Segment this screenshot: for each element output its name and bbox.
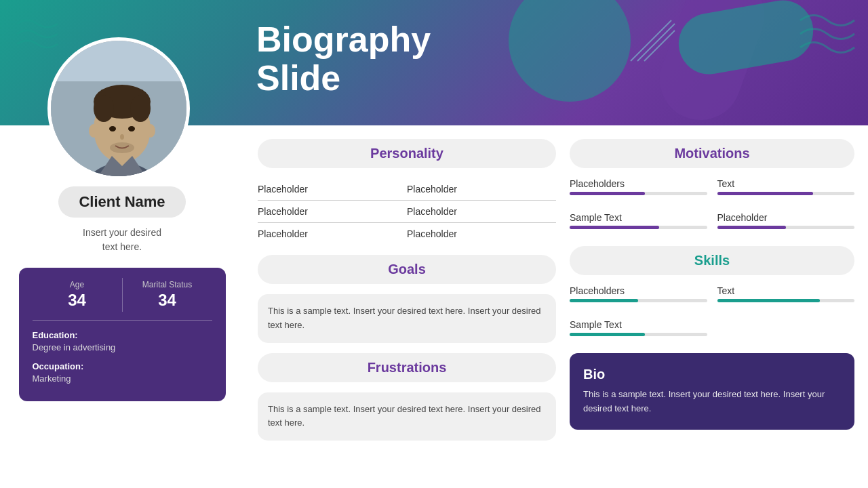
frustrations-text-box: This is a sample text. Insert your desir… (258, 392, 556, 441)
decor-circle (509, 0, 631, 102)
skills-bar-fill-0 (570, 299, 638, 302)
svg-line-1 (637, 24, 675, 61)
motivation-label-1: Text (717, 178, 855, 189)
client-description: Insert your desired text here. (83, 226, 161, 254)
motivation-bar-fill-0 (570, 192, 645, 195)
skills-title: Skills (694, 253, 730, 268)
skills-bar-fill-2 (570, 333, 645, 336)
motivation-bar-bg-3 (717, 226, 855, 229)
personality-item-5: Placeholder (407, 223, 556, 245)
client-name: Client Name (58, 186, 185, 218)
svg-line-2 (644, 30, 675, 61)
svg-point-13 (128, 126, 135, 131)
avatar (47, 37, 190, 180)
motivations-grid: Placeholders Text Sample Text Placeholde… (570, 178, 854, 236)
bio-text: This is a sample text. Insert your desir… (583, 388, 841, 416)
personality-title: Personality (370, 146, 443, 161)
skills-bar-fill-1 (717, 299, 821, 302)
motivation-bar-bg-1 (717, 192, 855, 195)
decor-lines-right (793, 7, 861, 75)
motivation-item-2: Sample Text (570, 212, 707, 229)
skills-bar-bg-1 (717, 299, 855, 302)
motivation-bar-bg-0 (570, 192, 707, 195)
skills-item-2: Sample Text (570, 319, 707, 336)
skills-item-0: Placeholders (570, 285, 707, 302)
goals-header: Goals (258, 255, 556, 284)
skills-header: Skills (570, 246, 854, 275)
personality-item-1: Placeholder (407, 178, 556, 201)
decor-lines-left (14, 14, 61, 61)
motivation-label-2: Sample Text (570, 212, 707, 223)
main-content: Personality Placeholder Placeholder Plac… (244, 125, 868, 488)
motivation-bar-fill-3 (717, 226, 786, 229)
right-column: Motivations Placeholders Text Sample Tex… (570, 139, 854, 474)
goals-text: This is a sample text. Insert your desir… (268, 304, 546, 333)
personality-header: Personality (258, 139, 556, 168)
svg-point-17 (146, 124, 155, 138)
personality-item-2: Placeholder (258, 201, 407, 223)
skills-label-2: Sample Text (570, 319, 707, 330)
frustrations-text: This is a sample text. Insert your desir… (268, 403, 546, 431)
marital-stat: Marital Status 34 (123, 280, 212, 310)
skills-item-1: Text (717, 285, 855, 302)
personality-item-4: Placeholder (258, 223, 407, 245)
svg-point-14 (120, 134, 124, 140)
skills-bar-bg-0 (570, 299, 707, 302)
decor-diagonal-lines (624, 14, 678, 68)
motivations-title: Motivations (674, 146, 749, 161)
goals-text-box: This is a sample text. Insert your desir… (258, 294, 556, 343)
motivation-item-3: Placeholder (717, 212, 855, 229)
personality-item-0: Placeholder (258, 178, 407, 201)
occupation-detail: Occupation: Marketing (33, 360, 212, 384)
frustrations-header: Frustrations (258, 353, 556, 382)
motivation-bar-fill-2 (570, 226, 659, 229)
stats-box: Age 34 Marital Status 34 Education: Degr… (19, 268, 226, 401)
education-detail: Education: Degree in advertising (33, 329, 212, 353)
personality-item-3: Placeholder (407, 201, 556, 223)
svg-point-16 (89, 124, 98, 138)
motivations-header: Motivations (570, 139, 854, 168)
goals-title: Goals (388, 262, 426, 277)
left-column: Personality Placeholder Placeholder Plac… (258, 139, 570, 474)
motivation-label-3: Placeholder (717, 212, 855, 223)
svg-point-15 (110, 142, 134, 153)
svg-point-10 (94, 95, 114, 122)
motivation-bar-bg-2 (570, 226, 707, 229)
svg-point-12 (109, 126, 116, 131)
skills-bar-bg-2 (570, 333, 707, 336)
bio-title: Bio (583, 367, 841, 382)
skills-label-1: Text (717, 285, 855, 296)
header-title: Biography Slide (256, 20, 431, 98)
age-stat: Age 34 (33, 280, 122, 310)
motivation-item-1: Text (717, 178, 855, 195)
left-panel: Client Name Insert your desired text her… (0, 125, 244, 488)
bio-box: Bio This is a sample text. Insert your d… (570, 353, 854, 430)
stats-divider (33, 320, 212, 321)
svg-point-11 (130, 95, 151, 122)
skills-label-0: Placeholders (570, 285, 707, 296)
motivation-bar-fill-1 (717, 192, 814, 195)
skills-grid: Placeholders Text Sample Text (570, 285, 854, 343)
frustrations-title: Frustrations (368, 360, 447, 375)
motivation-item-0: Placeholders (570, 178, 707, 195)
motivation-label-0: Placeholders (570, 178, 707, 189)
personality-grid: Placeholder Placeholder Placeholder Plac… (258, 178, 556, 245)
